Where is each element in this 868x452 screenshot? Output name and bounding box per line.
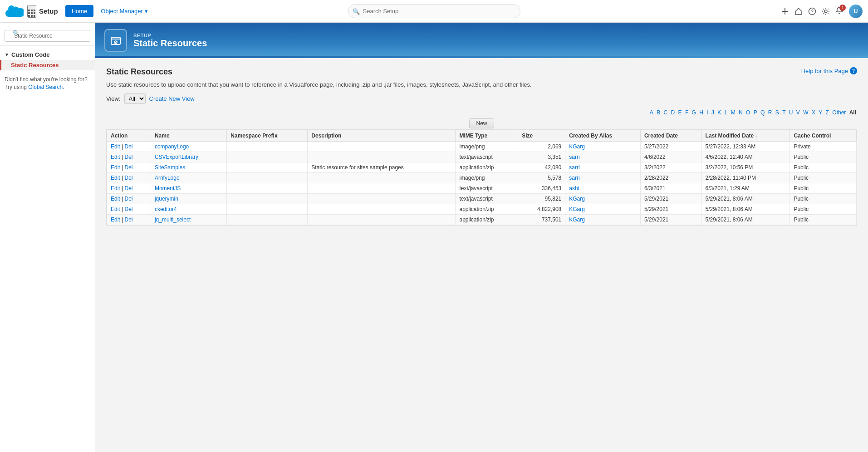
sidebar-section-header[interactable]: ▼ Custom Code — [0, 49, 95, 60]
created-by-alias-cell: KGarg — [565, 142, 641, 152]
user-avatar[interactable]: U — [849, 5, 863, 18]
alpha-nav-b[interactable]: B — [656, 109, 661, 116]
action-del-link[interactable]: Del — [124, 216, 132, 223]
search-input[interactable] — [348, 4, 520, 18]
data-table: ActionNameNamespace PrefixDescriptionMIM… — [107, 130, 857, 225]
alpha-nav-o[interactable]: O — [745, 109, 751, 116]
alias-link[interactable]: sarri — [569, 175, 579, 181]
alpha-nav-m[interactable]: M — [730, 109, 736, 116]
resource-name-link[interactable]: ckeditor4 — [155, 206, 177, 212]
resource-name-link[interactable]: MomentJS — [155, 185, 181, 192]
created-date-cell: 3/2/2022 — [640, 162, 701, 173]
action-edit-link[interactable]: Edit — [111, 185, 120, 192]
action-del-link[interactable]: Del — [124, 175, 132, 181]
resource-name-link[interactable]: jq_multi_select — [155, 216, 191, 223]
resource-name-link[interactable]: SiteSamples — [155, 164, 185, 171]
action-edit-link[interactable]: Edit — [111, 143, 120, 150]
action-del-link[interactable]: Del — [124, 196, 132, 202]
resource-name-link[interactable]: CSVExportLibrary — [155, 154, 198, 160]
action-edit-link[interactable]: Edit — [111, 154, 120, 160]
alpha-nav-t[interactable]: T — [781, 109, 786, 116]
alpha-nav-s[interactable]: S — [775, 109, 780, 116]
create-new-view-link[interactable]: Create New View — [149, 95, 195, 102]
alias-link[interactable]: KGarg — [569, 206, 585, 212]
alpha-nav-j[interactable]: J — [711, 109, 715, 116]
cache-control-cell: Public — [790, 204, 857, 215]
action-edit-link[interactable]: Edit — [111, 164, 120, 171]
col-header-description[interactable]: Description — [308, 130, 456, 142]
home-icon[interactable] — [794, 7, 803, 15]
alpha-nav-h[interactable]: H — [698, 109, 704, 116]
resource-name-link[interactable]: jquerymin — [155, 196, 178, 202]
global-search-link[interactable]: Global Search — [28, 84, 63, 90]
alpha-nav-v[interactable]: V — [795, 109, 801, 116]
alpha-nav-g[interactable]: G — [691, 109, 697, 116]
col-header-size[interactable]: Size — [518, 130, 565, 142]
alias-link[interactable]: sarri — [569, 164, 579, 171]
tab-home[interactable]: Home — [65, 5, 94, 17]
alpha-nav-i[interactable]: I — [706, 109, 709, 116]
alpha-nav-w[interactable]: W — [802, 109, 809, 116]
help-icon[interactable]: ? — [808, 7, 816, 15]
sidebar-item-static-resources[interactable]: Static Resources — [0, 60, 95, 70]
alpha-nav-u[interactable]: U — [788, 109, 794, 116]
alpha-nav-l[interactable]: L — [724, 109, 729, 116]
alpha-nav-z[interactable]: Z — [825, 109, 830, 116]
col-header-action[interactable]: Action — [107, 130, 151, 142]
alpha-nav-y[interactable]: Y — [818, 109, 823, 116]
last-modified-date-cell: 6/3/2021, 1:29 AM — [701, 183, 790, 194]
description-cell — [308, 215, 456, 225]
alpha-nav-r[interactable]: R — [767, 109, 773, 116]
cache-control-cell: Private — [790, 142, 857, 152]
alias-link[interactable]: ashi — [569, 185, 579, 192]
alpha-nav-x[interactable]: X — [811, 109, 816, 116]
action-del-link[interactable]: Del — [124, 164, 132, 171]
app-grid-icon[interactable] — [27, 5, 36, 18]
resource-name-link[interactable]: companyLogo — [155, 143, 189, 150]
alpha-nav-e[interactable]: E — [677, 109, 683, 116]
alpha-nav-all[interactable]: All — [848, 109, 857, 116]
alpha-nav-d[interactable]: D — [670, 109, 676, 116]
alpha-nav-n[interactable]: N — [738, 109, 744, 116]
alpha-nav-k[interactable]: K — [716, 109, 722, 116]
col-header-namespace-prefix[interactable]: Namespace Prefix — [227, 130, 308, 142]
action-del-link[interactable]: Del — [124, 185, 132, 192]
view-select[interactable]: All — [124, 93, 146, 104]
cache-control-cell: Public — [790, 152, 857, 162]
action-del-link[interactable]: Del — [124, 206, 132, 212]
tab-object-manager[interactable]: Object Manager ▾ — [94, 5, 154, 17]
add-icon[interactable] — [781, 7, 789, 15]
col-header-name[interactable]: Name — [151, 130, 226, 142]
alias-link[interactable]: sarri — [569, 154, 579, 160]
sidebar-search-icon: 🔍 — [13, 30, 20, 36]
action-edit-link[interactable]: Edit — [111, 196, 120, 202]
alpha-nav-q[interactable]: Q — [760, 109, 765, 116]
table-row: Edit | DelcompanyLogoimage/png2,069KGarg… — [107, 142, 857, 152]
alias-link[interactable]: KGarg — [569, 196, 585, 202]
table-row: Edit | DelSiteSamplesStatic resource for… — [107, 162, 857, 173]
help-for-page-link[interactable]: Help for this Page ? — [801, 67, 857, 74]
action-edit-link[interactable]: Edit — [111, 175, 120, 181]
settings-icon[interactable] — [822, 7, 830, 15]
new-button[interactable]: New — [469, 118, 494, 128]
action-del-link[interactable]: Del — [124, 154, 132, 160]
col-header-created-date[interactable]: Created Date — [640, 130, 701, 142]
action-del-link[interactable]: Del — [124, 143, 132, 150]
alias-link[interactable]: KGarg — [569, 143, 585, 150]
col-header-last-modified-date[interactable]: Last Modified Date ↓ — [701, 130, 790, 142]
alias-link[interactable]: KGarg — [569, 216, 585, 223]
action-edit-link[interactable]: Edit — [111, 216, 120, 223]
col-header-created-by-alias[interactable]: Created By Alias — [565, 130, 641, 142]
alpha-nav-c[interactable]: C — [662, 109, 668, 116]
notifications-bell[interactable]: 1 — [835, 6, 843, 16]
action-edit-link[interactable]: Edit — [111, 206, 120, 212]
alpha-nav-a[interactable]: A — [649, 109, 654, 116]
col-header-cache-control[interactable]: Cache Control — [790, 130, 857, 142]
resource-name-link[interactable]: ArrifyLogo — [155, 175, 180, 181]
alpha-nav-p[interactable]: P — [753, 109, 758, 116]
col-header-mime-type[interactable]: MIME Type — [456, 130, 518, 142]
alpha-nav-other[interactable]: Other — [831, 109, 847, 116]
mime-type-cell: application/zip — [456, 215, 518, 225]
salesforce-logo[interactable] — [5, 2, 24, 20]
alpha-nav-f[interactable]: F — [684, 109, 689, 116]
